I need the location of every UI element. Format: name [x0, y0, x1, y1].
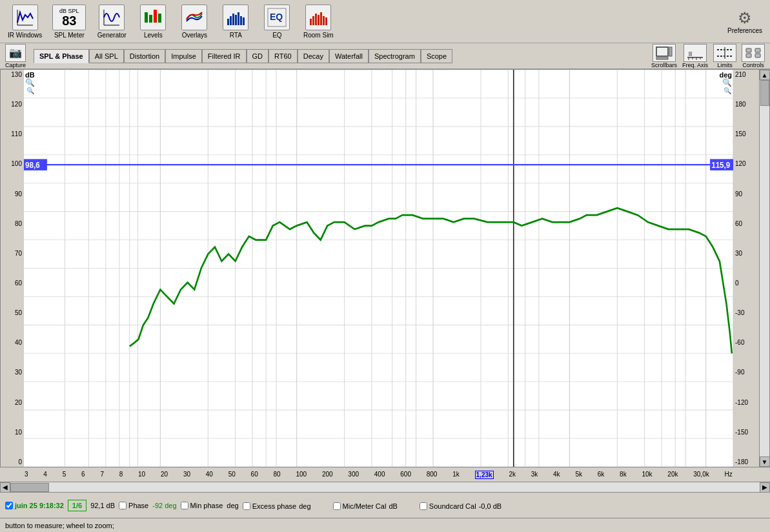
- x-label-80: 80: [274, 471, 281, 479]
- y-label-60: 60: [2, 280, 22, 287]
- y-label-90: 90: [2, 190, 22, 198]
- tab-scope[interactable]: Scope: [421, 49, 452, 63]
- svg-rect-38: [755, 48, 760, 52]
- side-ctrl-limits[interactable]: Limits: [713, 44, 736, 68]
- x-label-123k: 1,23k: [475, 471, 494, 479]
- x-label-4k: 4k: [553, 471, 560, 479]
- overlays-icon: [181, 5, 207, 30]
- mic-cal-checkbox-group: Mic/Meter Cal: [333, 502, 387, 510]
- chart-container: 130 120 110 100 90 80 70 60 50 40 30 20 …: [0, 69, 770, 467]
- phase-value: -92 deg: [152, 502, 176, 509]
- toolbar-item-eq[interactable]: EQ EQ: [259, 3, 295, 40]
- toolbar-item-preferences[interactable]: ⚙ Preferences: [725, 8, 765, 36]
- x-label-3: 3: [25, 471, 28, 479]
- scroll-up-arrow[interactable]: ▲: [760, 70, 770, 80]
- toolbar-item-generator[interactable]: Generator: [94, 3, 130, 40]
- tab-gd[interactable]: GD: [247, 49, 269, 63]
- x-label-6: 6: [81, 471, 85, 479]
- soundcard-cal-checkbox[interactable]: [420, 502, 427, 510]
- y-label-70: 70: [2, 250, 22, 257]
- tab-all-spl[interactable]: All SPL: [89, 49, 124, 63]
- x-label-30: 30: [183, 471, 190, 479]
- x-label-800: 800: [427, 471, 438, 479]
- scroll-h-thumb[interactable]: [10, 483, 49, 492]
- ir-windows-icon: [12, 5, 38, 30]
- x-label-8k: 8k: [620, 471, 627, 479]
- svg-rect-9: [230, 16, 232, 25]
- toolbar-item-levels[interactable]: Levels: [135, 3, 171, 40]
- x-axis-labels: 3 4 5 6 7 8 10 20 30 40 50 60 80 100 200…: [23, 471, 734, 479]
- scroll-down-arrow[interactable]: ▼: [760, 456, 770, 467]
- capture-button[interactable]: 📷 Capture: [5, 44, 26, 68]
- y-scale-right: 210 180 150 120 90 60 30 0 -30 -60 -90 -…: [733, 70, 759, 467]
- tab-spl-phase[interactable]: SPL & Phase: [34, 49, 89, 63]
- spl-meter-label: SPL Meter: [54, 32, 85, 39]
- phase-checkbox-group: Phase: [119, 502, 148, 509]
- toolbar-item-room-sim[interactable]: Room Sim: [300, 3, 336, 40]
- x-label-50: 50: [228, 471, 236, 479]
- y-right-0: 0: [735, 280, 758, 287]
- soundcard-cal-value: -0,0 dB: [479, 502, 502, 510]
- tab-spectrogram[interactable]: Spectrogram: [369, 49, 421, 63]
- y-label-80: 80: [2, 220, 22, 227]
- measurement-checkbox[interactable]: [5, 502, 13, 509]
- tab-distortion[interactable]: Distortion: [124, 49, 165, 63]
- scroll-left-arrow[interactable]: ◀: [0, 482, 10, 493]
- phase-checkbox[interactable]: [119, 502, 127, 509]
- y-right-210: 210: [735, 71, 758, 78]
- mic-cal-checkbox[interactable]: [333, 502, 341, 510]
- side-ctrl-controls[interactable]: Controls: [742, 44, 765, 68]
- svg-text:115,9: 115,9: [711, 160, 730, 169]
- y-label-10: 10: [2, 429, 22, 436]
- limits-icon: [713, 44, 736, 62]
- tab-filtered-ir[interactable]: Filtered IR: [202, 49, 247, 63]
- controls-label: Controls: [742, 62, 764, 68]
- svg-text:EQ: EQ: [270, 12, 283, 22]
- scroll-right-track[interactable]: [760, 80, 769, 456]
- mic-cal-unit: dB: [389, 502, 397, 510]
- toolbar-item-spl-meter[interactable]: dB SPL 83 SPL Meter: [50, 3, 88, 40]
- toolbar-item-ir-windows[interactable]: IR Windows: [5, 3, 45, 40]
- x-label-10: 10: [138, 471, 145, 479]
- preferences-icon: ⚙: [738, 9, 752, 27]
- x-label-6k: 6k: [598, 471, 605, 479]
- x-label-5k: 5k: [575, 471, 582, 479]
- svg-rect-13: [240, 16, 242, 25]
- svg-rect-12: [238, 12, 239, 25]
- y-label-100: 100: [2, 160, 22, 167]
- y-right-120: 120: [735, 160, 758, 167]
- toolbar-item-rta[interactable]: RTA: [218, 3, 254, 40]
- x-label-1k: 1k: [452, 471, 460, 479]
- y-label-120: 120: [2, 101, 22, 108]
- generator-icon: [99, 5, 125, 30]
- scroll-right-arrow[interactable]: ▶: [760, 482, 770, 493]
- x-label-2k: 2k: [509, 471, 516, 479]
- tab-impulse[interactable]: Impulse: [165, 49, 202, 63]
- y-label-30: 30: [2, 369, 22, 376]
- tab-waterfall[interactable]: Waterfall: [329, 49, 369, 63]
- toolbar: IR Windows dB SPL 83 SPL Meter Generator: [0, 0, 770, 43]
- smoothing-control[interactable]: 1/6: [68, 500, 86, 511]
- side-ctrl-scrollbars[interactable]: Scrollbars: [651, 44, 677, 68]
- scroll-h-track[interactable]: [10, 482, 760, 492]
- levels-icon: [140, 5, 166, 30]
- scroll-right-thumb[interactable]: [760, 80, 769, 106]
- svg-text:98,6: 98,6: [25, 160, 40, 169]
- svg-text:|||: |||: [689, 51, 693, 56]
- y-right-n30: -30: [735, 309, 758, 316]
- chart-plot[interactable]: dB deg 🔍 🔍 🔍 🔍: [24, 70, 733, 467]
- rta-icon: [223, 5, 248, 30]
- generator-label: Generator: [97, 32, 127, 39]
- x-label-40: 40: [206, 471, 213, 479]
- smoothing-value: 1/6: [72, 502, 82, 509]
- excess-phase-checkbox[interactable]: [243, 502, 250, 510]
- eq-label: EQ: [272, 32, 281, 39]
- excess-phase-label: Excess phase: [252, 502, 296, 510]
- tab-decay[interactable]: Decay: [298, 49, 329, 63]
- min-phase-readout: deg: [227, 502, 238, 509]
- toolbar-item-overlays[interactable]: Overlays: [176, 3, 212, 40]
- tab-rt60[interactable]: RT60: [268, 49, 298, 63]
- min-phase-checkbox[interactable]: [181, 502, 188, 509]
- y-right-n90: -90: [735, 369, 758, 376]
- side-ctrl-freq-axis[interactable]: ||| Freq. Axis: [682, 44, 708, 68]
